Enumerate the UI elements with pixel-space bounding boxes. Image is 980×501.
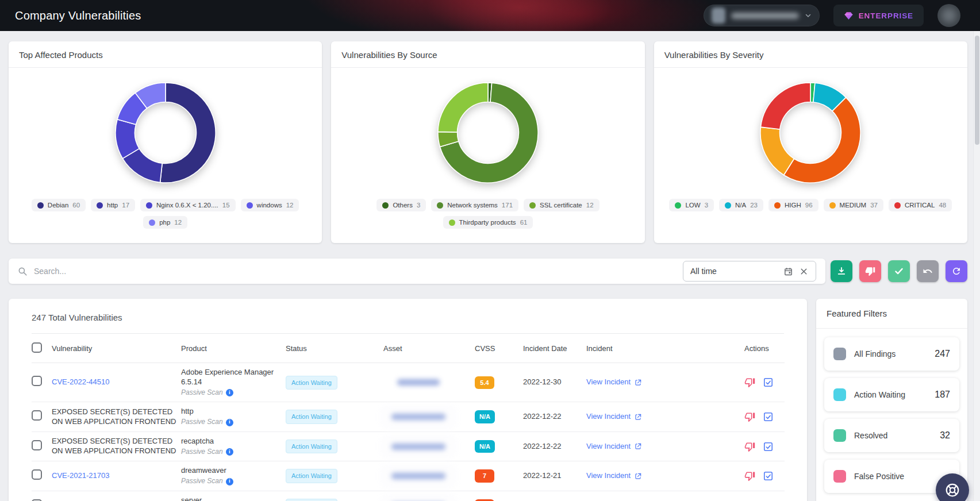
- filter-label: Action Waiting: [854, 390, 927, 399]
- view-incident-label: View Incident: [586, 442, 631, 452]
- chart-card-vulnerabilities-by-source: Vulnerabilities By Source Others3Network…: [331, 41, 644, 243]
- search-bar: All time: [9, 259, 825, 284]
- legend-item-http[interactable]: http17: [91, 199, 135, 211]
- avatar[interactable]: [937, 4, 960, 27]
- legend-value: 12: [586, 202, 594, 209]
- thumbs-down-icon: [865, 266, 875, 276]
- legend-value: 37: [870, 202, 878, 209]
- legend-item-n-a[interactable]: N/A23: [719, 199, 763, 211]
- asset-redacted[interactable]: [383, 408, 454, 426]
- asset-redacted[interactable]: [383, 468, 454, 485]
- mark-false-positive-button[interactable]: [859, 260, 881, 282]
- info-icon[interactable]: i: [226, 419, 233, 426]
- enterprise-label: ENTERPRISE: [859, 11, 913, 20]
- legend-value: 96: [805, 202, 813, 209]
- cvss-badge: N/A: [475, 410, 495, 423]
- thumbs-down-icon[interactable]: [744, 377, 755, 388]
- cvss-badge: 7: [475, 469, 494, 482]
- donut-segment-thirdparty-products[interactable]: [438, 83, 488, 132]
- legend-value: 17: [122, 202, 129, 209]
- legend-item-low[interactable]: LOW3: [669, 199, 714, 211]
- table-row: EXPOSED SECRET(S) DETECTED ON WEB APPLIC…: [32, 431, 785, 461]
- check-square-icon[interactable]: [763, 471, 774, 481]
- check-square-icon[interactable]: [763, 377, 774, 388]
- view-incident-link[interactable]: View Incident: [586, 471, 642, 481]
- vulnerability-name[interactable]: CVE-2021-21703: [52, 471, 109, 480]
- thumbs-down-icon[interactable]: [744, 471, 755, 481]
- asset-redacted[interactable]: [383, 497, 454, 501]
- thumbs-down-icon[interactable]: [744, 441, 755, 452]
- topbar: Company Vulnerabilities ENTERPRISE: [0, 0, 980, 31]
- legend-item-others[interactable]: Others3: [376, 199, 426, 211]
- featured-filters-panel: Featured Filters All Findings247Action W…: [816, 299, 967, 501]
- vulnerability-name[interactable]: CVE-2022-44510: [52, 377, 109, 386]
- legend-item-debian[interactable]: Debian60: [32, 199, 86, 211]
- topbar-controls: ENTERPRISE: [704, 4, 960, 27]
- asset-redacted[interactable]: [383, 374, 454, 391]
- date-range-input[interactable]: All time: [683, 261, 816, 282]
- table-row: CVE-2022-44510Adobe Experience Manager 6…: [32, 363, 785, 402]
- legend-item-ssl-certificate[interactable]: SSL certificate12: [524, 199, 599, 211]
- search-icon: [17, 266, 28, 276]
- featured-filter-action-waiting[interactable]: Action Waiting187: [824, 378, 959, 411]
- clear-date-icon[interactable]: [799, 267, 809, 276]
- asset-redacted[interactable]: [383, 438, 454, 455]
- legend-item-medium[interactable]: MEDIUM37: [824, 199, 883, 211]
- filter-color-swatch: [833, 470, 846, 483]
- scan-type: Passive Scani: [181, 477, 281, 486]
- download-report-button[interactable]: [831, 260, 852, 282]
- donut-segment-debian[interactable]: [160, 83, 216, 183]
- legend-item-nginx-0-6-x-1-20[interactable]: Nginx 0.6.X < 1.20....15: [140, 199, 236, 211]
- thumbs-down-icon[interactable]: [744, 411, 755, 422]
- view-incident-link[interactable]: View Incident: [586, 442, 642, 452]
- search-input[interactable]: [34, 267, 677, 276]
- incident-date: 2022-12-30: [523, 377, 562, 386]
- info-icon[interactable]: i: [226, 478, 233, 485]
- row-checkbox[interactable]: [32, 499, 42, 501]
- column-header-status: Status: [286, 334, 383, 363]
- table-row: CVE-2021-21703serverPassive ScaniAction …: [32, 491, 785, 501]
- check-square-icon[interactable]: [763, 441, 774, 452]
- mark-resolved-button[interactable]: [888, 260, 910, 282]
- undo-button[interactable]: [917, 260, 939, 282]
- date-range-value: All time: [690, 267, 778, 276]
- asset-blur-blob: [391, 473, 445, 479]
- view-incident-link[interactable]: View Incident: [586, 377, 642, 387]
- view-incident-label: View Incident: [586, 377, 631, 387]
- donut-segment-high[interactable]: [784, 98, 861, 183]
- row-checkbox[interactable]: [32, 376, 42, 386]
- refresh-button[interactable]: [946, 260, 967, 282]
- legend-label: LOW: [685, 202, 700, 209]
- chart-legend: Others3Network systems171SSL certificate…: [360, 198, 616, 236]
- legend-item-thirdparty-products[interactable]: Thirdparty products61: [443, 216, 533, 229]
- donut-segment-critical[interactable]: [761, 83, 811, 129]
- legend-item-php[interactable]: php12: [143, 216, 187, 229]
- org-selector-dropdown[interactable]: [704, 5, 820, 26]
- info-icon[interactable]: i: [226, 448, 233, 456]
- legend-item-network-systems[interactable]: Network systems171: [431, 199, 518, 211]
- incident-date: 2022-12-21: [523, 471, 562, 480]
- legend-label: Network systems: [447, 202, 498, 209]
- check-square-icon[interactable]: [763, 411, 774, 422]
- scrollbar-thumb[interactable]: [975, 36, 979, 145]
- scrollbar-track[interactable]: [973, 31, 980, 501]
- row-checkbox[interactable]: [32, 410, 42, 421]
- column-header-asset: Asset: [383, 334, 475, 363]
- legend-item-high[interactable]: HIGH96: [768, 199, 818, 211]
- filter-count: 32: [940, 430, 950, 441]
- featured-filter-all-findings[interactable]: All Findings247: [824, 337, 959, 371]
- calendar-icon[interactable]: [783, 267, 793, 276]
- scan-type: Passive Scani: [181, 388, 281, 398]
- legend-label: php: [159, 219, 170, 226]
- info-icon[interactable]: i: [226, 389, 233, 396]
- legend-item-critical[interactable]: CRITICAL48: [889, 199, 952, 211]
- row-checkbox[interactable]: [32, 469, 42, 480]
- featured-filter-resolved[interactable]: Resolved32: [824, 419, 959, 452]
- row-checkbox[interactable]: [32, 440, 42, 450]
- legend-color-dot: [149, 219, 155, 226]
- enterprise-button[interactable]: ENTERPRISE: [833, 5, 924, 26]
- select-all-checkbox[interactable]: [32, 342, 42, 353]
- view-incident-link[interactable]: View Incident: [586, 412, 642, 422]
- filter-label: All Findings: [854, 349, 927, 359]
- legend-item-windows[interactable]: windows12: [241, 199, 299, 211]
